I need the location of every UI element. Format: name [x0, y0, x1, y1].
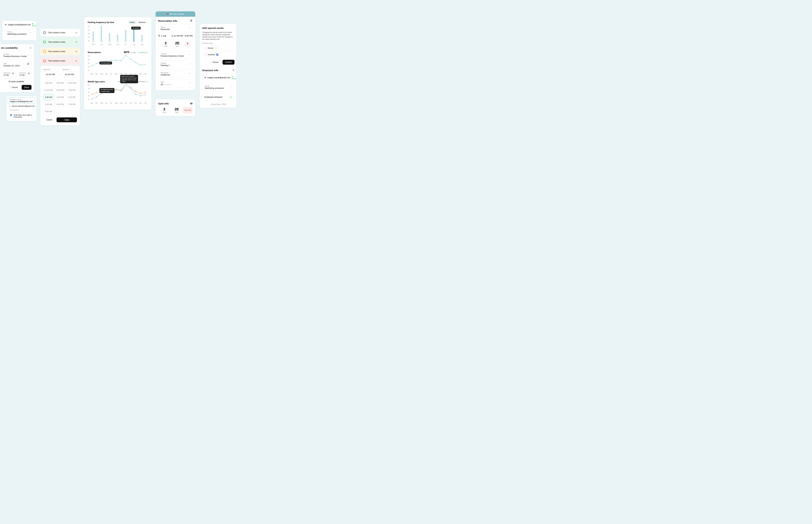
svg-point-50 [96, 92, 97, 93]
map-pin-icon: 📍 [186, 43, 189, 46]
close-icon[interactable]: ✕ [30, 47, 32, 49]
chevron-down-icon: ⌄ [231, 85, 232, 87]
tab-arrival[interactable]: Arrival [128, 21, 136, 24]
spot-group-select[interactable]: Spot group Additional ⌄ [158, 70, 193, 78]
cancel-button[interactable]: Cancel [43, 117, 55, 122]
reservation-info-title: Reservation info [158, 19, 177, 22]
chevron-down-icon: ⌄ [189, 53, 191, 55]
svg-point-29 [140, 65, 141, 66]
svg-point-59 [116, 89, 117, 91]
time-option[interactable]: 1:00 PM [67, 87, 77, 93]
time-option[interactable]: 11:00 AM [43, 87, 54, 93]
svg-text:30: 30 [88, 62, 90, 64]
start-time-input[interactable]: 01:00 PM [43, 71, 58, 78]
svg-text:Sun: Sun [141, 44, 144, 45]
group-value: Marketing assistants [7, 33, 27, 35]
ticket-icon[interactable]: 🎟 [190, 102, 193, 105]
svg-text:Mar: Mar [91, 102, 93, 104]
tab-departure[interactable]: Departure [136, 21, 148, 24]
close-icon[interactable]: ✕ [75, 50, 77, 53]
svg-point-63 [125, 84, 126, 85]
alert-info: iText content is here.✕ [40, 29, 80, 36]
time-option[interactable]: 8:00 AM [43, 109, 54, 114]
email-combobox[interactable]: Employee email magda.nowak@gmail.com ⌃ [8, 97, 35, 104]
svg-text:Fri: Fri [125, 44, 126, 45]
calendar-icon[interactable]: 🗓 [190, 19, 193, 22]
svg-rect-10 [133, 29, 134, 42]
chevron-down-icon: ⌄ [189, 62, 191, 65]
date-field[interactable]: Date October 20, 2022 🗓 [1, 61, 32, 69]
mobile-tooltip: 48 registered users5 active users [99, 88, 114, 93]
svg-text:Apr: Apr [95, 102, 98, 104]
svg-text:Jul: Jul [110, 73, 112, 75]
svg-text:Mar: Mar [91, 73, 93, 75]
group-select[interactable]: Group Marketing assistants ⌄ [5, 29, 34, 37]
apply-button[interactable]: Apply [56, 117, 77, 122]
svg-text:50: 50 [88, 26, 90, 28]
end-time-field[interactable]: End time 17:00 ◷ [17, 70, 32, 78]
info-icon[interactable]: ⓘ [146, 81, 148, 82]
cancel-button[interactable]: Cancel [210, 60, 221, 65]
end-time-input[interactable]: 02:00 PM [63, 71, 77, 78]
svg-point-51 [96, 96, 97, 97]
legend-tooltip: Active users are those who have used the… [120, 75, 138, 83]
spot-select[interactable]: Spot 2E (Level 2) ⌄ [158, 79, 193, 88]
svg-point-24 [116, 60, 117, 61]
svg-text:Jan: Jan [139, 73, 142, 75]
svg-text:40: 40 [88, 59, 90, 61]
done-button[interactable]: Done [21, 85, 32, 90]
svg-point-27 [130, 59, 131, 60]
invite-button[interactable]: 👤Invite them and make a reservation [8, 113, 35, 119]
megaphone-icon: 📣 [166, 13, 169, 15]
parking-select[interactable]: Parking Parking 1 ⌄ [158, 61, 193, 68]
svg-text:Oct: Oct [125, 102, 127, 104]
spot-info-title: Spot info [158, 102, 169, 105]
close-icon[interactable]: ✕ [75, 60, 77, 62]
time-option[interactable]: 7:00 PM [67, 101, 77, 107]
chevron-down-icon: ⌄ [189, 72, 191, 74]
bolt-icon: ⚡ [215, 47, 217, 49]
svg-text:Dec: Dec [134, 73, 137, 75]
status-select[interactable]: Status Reserved ⌄ [158, 24, 193, 32]
svg-point-71 [145, 94, 146, 95]
svg-text:20: 20 [88, 66, 90, 68]
svg-text:Apr: Apr [95, 73, 98, 75]
chevron-down-icon: ⌄ [189, 81, 191, 83]
combobox-option[interactable]: ⌕damon.salvatore@gmail.com [8, 104, 35, 108]
calendar-icon: 🗓 [158, 35, 160, 37]
close-icon[interactable]: ✕ [75, 31, 77, 34]
svg-text:30: 30 [88, 92, 90, 93]
location-select[interactable]: Location Powisle Business Center ⌄ [1, 51, 32, 59]
reservations-total: 3875 [124, 51, 130, 53]
map-pin-button[interactable]: 📍 [184, 41, 191, 47]
svg-point-28 [135, 62, 136, 63]
svg-point-22 [106, 61, 107, 61]
location-select[interactable]: Location Powisle Business Center ⌄ [158, 51, 193, 59]
time-option[interactable]: 9:00 AM [55, 80, 65, 86]
svg-rect-0 [93, 31, 94, 42]
time-option[interactable]: 5:00 AM [43, 101, 54, 107]
confirm-button[interactable]: Confirm [223, 60, 234, 65]
special-needs-title: Edit special needs [202, 27, 234, 29]
checkbox-disability[interactable]: Disability ♿ [202, 52, 234, 57]
info-icon: i [43, 31, 46, 34]
svg-text:Sep: Sep [120, 73, 123, 75]
group-select[interactable]: Group Marketing assistants ⌄ [202, 83, 234, 91]
employee-email: magda.nowak@gmail.com [8, 23, 31, 26]
time-option[interactable]: 10:00 AM [67, 80, 77, 86]
time-option[interactable]: 2:00 AM [43, 94, 54, 100]
start-time-field[interactable]: Start time 17:00 ◷ [1, 70, 16, 78]
time-option[interactable]: 3:00 PM [55, 94, 65, 100]
svg-point-61 [120, 91, 121, 92]
time-option[interactable]: 4:00 PM [67, 94, 77, 100]
checkbox-electric[interactable]: Electric ⚡ [202, 46, 234, 51]
edit-icon[interactable]: ✎ [232, 69, 234, 71]
employee-email: magda.nowak@gmail.com [207, 77, 230, 79]
cancel-button[interactable]: Cancel [9, 85, 20, 90]
close-icon[interactable]: ✕ [75, 41, 77, 43]
svg-text:10: 10 [88, 69, 90, 71]
time-option[interactable]: 12:00 PM [55, 87, 65, 93]
time-option[interactable]: 6:00 PM [55, 101, 65, 107]
time-option[interactable]: 8:00 AM [43, 80, 54, 86]
svg-text:Feb: Feb [144, 102, 147, 104]
